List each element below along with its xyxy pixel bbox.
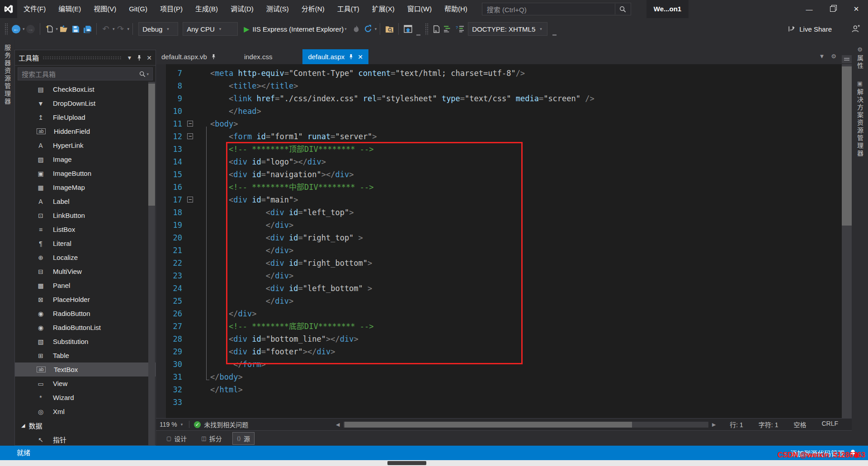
code-line-8[interactable]: 8<title></title> bbox=[156, 80, 842, 92]
toolbox-item-localize[interactable]: ⊕Localize bbox=[15, 250, 156, 264]
space-mode-indicator[interactable]: 空格 bbox=[793, 420, 806, 429]
editor-vscroll-thumb[interactable] bbox=[842, 66, 852, 226]
menu-item[interactable]: 工具(T) bbox=[331, 0, 366, 18]
section-expander-icon[interactable]: ◢ bbox=[21, 423, 25, 428]
document-tab-default.aspx.vb[interactable]: default.aspx.vb bbox=[156, 49, 222, 64]
menu-item[interactable]: 窗口(W) bbox=[401, 0, 438, 18]
refresh-dropdown-caret[interactable]: ▾ bbox=[375, 27, 377, 31]
code-editor[interactable]: 7<meta http-equiv="Content-Type" content… bbox=[156, 64, 842, 418]
feedback-person-button[interactable] bbox=[850, 22, 861, 36]
fold-collapse-icon[interactable]: − bbox=[187, 121, 193, 127]
code-line-7[interactable]: 7<meta http-equiv="Content-Type" content… bbox=[156, 67, 842, 80]
menu-item[interactable]: 测试(S) bbox=[260, 0, 295, 18]
menu-item[interactable]: 生成(B) bbox=[189, 0, 224, 18]
toolbox-search-box[interactable]: 搜索工具箱 ▾ bbox=[18, 67, 153, 80]
save-button[interactable] bbox=[70, 22, 81, 36]
view-tab-source[interactable]: ⟨⟩源 bbox=[232, 432, 255, 445]
find-in-files-button[interactable] bbox=[384, 22, 395, 36]
menu-item[interactable]: Git(G) bbox=[123, 0, 154, 18]
document-tab-index.css[interactable]: index.css bbox=[239, 49, 278, 64]
toolbox-section-data[interactable]: ◢数据 bbox=[15, 419, 156, 433]
start-debugging-button[interactable]: ▶ IIS Express (Internet Explorer) ▾ bbox=[244, 25, 347, 33]
view-tab-split[interactable]: ◫拆分 bbox=[197, 433, 226, 444]
toolbox-item-imagebutton[interactable]: ▣ImageButton bbox=[15, 166, 156, 180]
toolbox-item-指针[interactable]: ↖指针 bbox=[15, 433, 156, 446]
document-outline-button[interactable] bbox=[431, 22, 442, 36]
view-tab-design[interactable]: ▢设计 bbox=[162, 433, 191, 444]
format-selection-button[interactable]: ? bbox=[454, 22, 465, 36]
menu-item[interactable]: 帮助(H) bbox=[438, 0, 474, 18]
editor-split-grip[interactable] bbox=[842, 55, 852, 63]
hscroll-right-arrow[interactable]: ▶ bbox=[712, 422, 716, 428]
active-files-dropdown-caret[interactable]: ▼ bbox=[819, 53, 825, 60]
toolbox-header[interactable]: 工具箱 ▼ ✕ bbox=[15, 50, 156, 66]
new-project-dropdown-caret[interactable]: ▾ bbox=[56, 27, 58, 31]
toolbox-item-imagemap[interactable]: ▦ImageMap bbox=[15, 180, 156, 194]
toolbar-overflow-button[interactable] bbox=[416, 34, 420, 36]
toolbox-item-panel[interactable]: ▩Panel bbox=[15, 278, 156, 292]
toolbox-item-dropdownlist[interactable]: ▼DropDownList bbox=[15, 96, 156, 110]
menu-item[interactable]: 扩展(X) bbox=[366, 0, 401, 18]
toolbox-item-fileupload[interactable]: ↥FileUpload bbox=[15, 110, 156, 124]
toolbox-item-textbox[interactable]: abTextBox bbox=[15, 362, 156, 377]
line-indicator[interactable]: 行: 1 bbox=[730, 420, 743, 429]
toolbox-drag-grip[interactable] bbox=[42, 56, 122, 60]
toolbox-item-wizard[interactable]: *Wizard bbox=[15, 391, 156, 405]
toolbox-item-listbox[interactable]: ≡ListBox bbox=[15, 222, 156, 236]
zoom-level-dropdown[interactable]: 119 %▾ bbox=[156, 421, 186, 428]
toolbox-scrollbar[interactable] bbox=[148, 82, 155, 445]
new-project-button[interactable] bbox=[44, 22, 55, 36]
fold-collapse-icon[interactable]: − bbox=[187, 133, 193, 139]
toolbox-scrollbar-thumb[interactable] bbox=[148, 84, 155, 206]
toolbar-grip[interactable] bbox=[425, 23, 429, 35]
global-search-box[interactable]: 搜索 (Ctrl+Q) bbox=[482, 3, 631, 15]
toolbox-item-xml[interactable]: ◎Xml bbox=[15, 405, 156, 419]
document-health-indicator[interactable]: ✓ 未找到相关问题 bbox=[194, 420, 248, 429]
menu-item[interactable]: 分析(N) bbox=[295, 0, 331, 18]
doctype-dropdown[interactable]: DOCTYPE: XHTML5▾ bbox=[468, 22, 547, 36]
redo-button[interactable]: ↷ bbox=[115, 22, 126, 36]
menu-item[interactable]: 编辑(E) bbox=[52, 0, 87, 18]
redo-dropdown-caret[interactable]: ▾ bbox=[127, 27, 130, 31]
code-line-33[interactable]: 33 bbox=[156, 396, 842, 409]
tabstrip-gear-icon[interactable]: ⚙ bbox=[831, 53, 836, 60]
live-share-button[interactable]: Live Share bbox=[788, 25, 832, 33]
toolbox-close-icon[interactable]: ✕ bbox=[146, 54, 152, 61]
pin-icon[interactable] bbox=[349, 54, 354, 60]
document-tab-default.aspx[interactable]: default.aspx✕ bbox=[302, 49, 368, 64]
menu-item[interactable]: 项目(P) bbox=[154, 0, 189, 18]
hscroll-thumb[interactable] bbox=[344, 422, 632, 428]
toolbox-search-caret[interactable]: ▾ bbox=[146, 72, 149, 76]
toolbox-item-image[interactable]: ▨Image bbox=[15, 152, 156, 166]
code-line-32[interactable]: 32</html> bbox=[156, 383, 842, 396]
close-button[interactable]: ✕ bbox=[844, 0, 868, 18]
format-document-button[interactable] bbox=[443, 22, 453, 36]
toolbox-item-radiobutton[interactable]: ◉RadioButton bbox=[15, 306, 156, 320]
menu-item[interactable]: 调试(D) bbox=[224, 0, 260, 18]
open-file-button[interactable] bbox=[58, 22, 69, 36]
code-line-12[interactable]: 12−<form id="form1" runat="server"> bbox=[156, 130, 842, 143]
refresh-button[interactable] bbox=[363, 22, 373, 36]
toolbox-item-view[interactable]: ▭View bbox=[15, 377, 156, 391]
solution-explorer-vertical-tab[interactable]: ▣ 解决方案资源管理器 bbox=[852, 77, 868, 158]
navigate-forward-button[interactable]: → bbox=[25, 22, 36, 36]
navigate-back-button[interactable]: ← bbox=[10, 22, 21, 36]
toolbox-item-label[interactable]: ALabel bbox=[15, 194, 156, 208]
hscroll-left-arrow[interactable]: ◀ bbox=[336, 422, 340, 428]
toolbox-item-substitution[interactable]: ▧Substitution bbox=[15, 334, 156, 348]
toolbar-grip[interactable] bbox=[5, 23, 8, 35]
solution-configuration-dropdown[interactable]: Debug▾ bbox=[138, 22, 178, 36]
editor-vertical-scrollbar[interactable] bbox=[842, 64, 852, 418]
save-all-button[interactable] bbox=[82, 22, 93, 36]
properties-vertical-tab[interactable]: ⚙ 属性 bbox=[852, 43, 868, 70]
tab-close-icon[interactable]: ✕ bbox=[358, 53, 363, 61]
server-explorer-vertical-tab[interactable]: 服务器资源管理器 bbox=[0, 44, 14, 106]
toolbar-overflow-button[interactable] bbox=[552, 34, 557, 36]
code-line-11[interactable]: 11−<body> bbox=[156, 118, 842, 130]
toolbox-item-hiddenfield[interactable]: abHiddenField bbox=[15, 124, 156, 138]
toolbox-item-linkbutton[interactable]: ⊡LinkButton bbox=[15, 208, 156, 222]
menu-item[interactable]: 文件(F) bbox=[17, 0, 52, 18]
pin-icon[interactable] bbox=[211, 54, 216, 60]
toolbox-dropdown-caret[interactable]: ▼ bbox=[127, 55, 132, 61]
toolbox-item-literal[interactable]: ¶Literal bbox=[15, 236, 156, 250]
